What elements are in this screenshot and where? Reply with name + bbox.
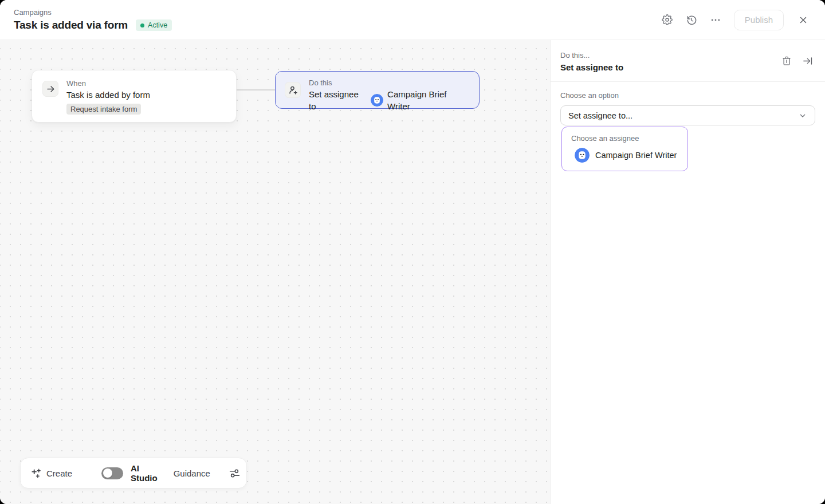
close-icon <box>798 15 808 25</box>
trigger-kicker: When <box>66 78 150 88</box>
publish-button[interactable]: Publish <box>734 10 784 30</box>
ai-studio-label[interactable]: AI Studio <box>131 463 158 483</box>
gear-icon <box>662 14 673 25</box>
action-config-panel: Do this... Set assignee to <box>550 40 825 504</box>
title-row: Task is added via form Active <box>14 19 172 32</box>
close-button[interactable] <box>794 11 812 29</box>
collapse-panel-icon <box>802 56 813 66</box>
action-node-card[interactable]: Do this Set assignee to Campaign Brief W… <box>275 71 480 109</box>
action-assignee-row: Set assignee to Campaign Brief Writer <box>309 88 470 112</box>
header: Campaigns Task is added via form Active <box>0 0 825 40</box>
trash-icon <box>781 56 792 66</box>
canvas-toolbar: Create AI Studio Guidance <box>20 458 247 489</box>
option-label: Choose an option <box>560 91 815 100</box>
action-select-value: Set assignee to... <box>568 111 632 120</box>
trigger-node-card[interactable]: When Task is added by form Request intak… <box>32 70 237 123</box>
action-node-body: Do this Set assignee to Campaign Brief W… <box>309 78 470 112</box>
ellipsis-icon <box>710 14 721 26</box>
robot-avatar <box>371 94 383 107</box>
action-kicker: Do this <box>309 78 470 88</box>
history-button[interactable] <box>682 11 701 29</box>
panel-header: Do this... Set assignee to <box>551 40 825 82</box>
node-connector-line <box>237 89 275 90</box>
chevron-down-icon <box>798 111 807 120</box>
history-icon <box>686 14 697 26</box>
action-icon-box <box>285 82 301 98</box>
action-assignee-name: Campaign Brief Writer <box>387 88 470 112</box>
assignee-line: Campaign Brief Writer <box>575 148 678 163</box>
breadcrumb[interactable]: Campaigns <box>14 8 172 17</box>
more-options-button[interactable] <box>706 11 725 29</box>
robot-avatar <box>575 148 590 163</box>
header-actions: Publish <box>658 10 812 30</box>
panel-title: Set assignee to <box>560 61 623 73</box>
assignee-name: Campaign Brief Writer <box>595 151 677 160</box>
settings-button[interactable] <box>658 11 677 29</box>
collapse-panel-button[interactable] <box>799 53 815 69</box>
assignee-label: Choose an assignee <box>571 134 678 143</box>
automation-builder-window: Campaigns Task is added via form Active <box>0 0 825 504</box>
trigger-form-tag[interactable]: Request intake form <box>66 104 141 115</box>
panel-kicker: Do this... <box>560 50 623 60</box>
sliders-icon <box>229 467 241 479</box>
panel-title-block: Do this... Set assignee to <box>560 50 623 73</box>
trigger-node-body: When Task is added by form Request intak… <box>66 78 150 115</box>
option-section: Choose an option Set assignee to... Choo… <box>551 82 825 180</box>
action-select[interactable]: Set assignee to... <box>560 105 815 125</box>
main-area: When Task is added by form Request intak… <box>0 40 825 504</box>
sliders-button[interactable] <box>229 467 241 479</box>
panel-header-icons <box>779 53 815 69</box>
page-title: Task is added via form <box>14 19 128 32</box>
create-button[interactable]: Create <box>31 468 72 479</box>
header-title-block: Campaigns Task is added via form Active <box>14 8 172 32</box>
status-dot-icon <box>140 23 144 27</box>
status-badge: Active <box>136 19 172 32</box>
create-label: Create <box>46 468 72 478</box>
trigger-icon-box <box>42 81 58 97</box>
guidance-button[interactable]: Guidance <box>174 468 210 478</box>
assignee-picker[interactable]: Choose an assignee Campaign Brief Writer <box>561 127 688 171</box>
action-title: Set assignee to <box>309 88 367 112</box>
workflow-canvas[interactable]: When Task is added by form Request intak… <box>0 40 550 504</box>
ai-studio-toggle[interactable] <box>101 467 123 479</box>
person-add-icon <box>288 85 298 95</box>
sparkles-icon <box>31 468 42 479</box>
trigger-title: Task is added by form <box>66 89 150 101</box>
status-badge-label: Active <box>148 22 167 29</box>
toggle-knob <box>103 468 112 478</box>
delete-action-button[interactable] <box>779 53 795 69</box>
arrow-right-icon <box>46 84 56 94</box>
